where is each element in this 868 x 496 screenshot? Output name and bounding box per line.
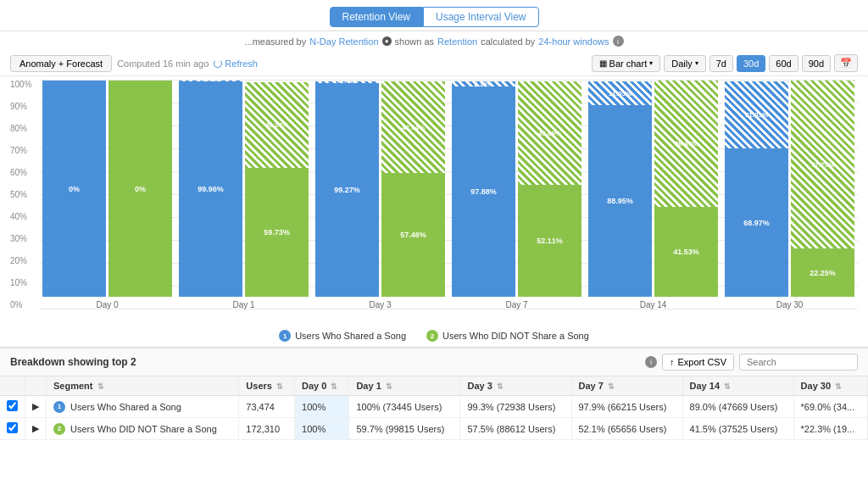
usage-interval-tab[interactable]: Usage Interval View: [423, 7, 539, 27]
day0-group: 0% 0% Day 0: [42, 81, 172, 309]
day1-bar-green-hatch[interactable]: 40.27%: [245, 82, 309, 168]
day1-bar-green-solid[interactable]: 59.73%: [245, 168, 309, 297]
day1-label: Day 1: [232, 300, 254, 309]
day0-bar-green[interactable]: 0%: [108, 81, 172, 297]
7d-button[interactable]: 7d: [709, 55, 733, 72]
day1-group: 0.04% 99.96% 40.27%: [179, 81, 309, 309]
legend-label-1: Users Who Shared a Song: [295, 331, 406, 341]
row2-day0: 100%: [295, 418, 349, 440]
24hour-windows-link[interactable]: 24-hour windows: [538, 36, 609, 47]
day7-bar-blue-solid[interactable]: 97.88%: [452, 86, 515, 297]
60d-button[interactable]: 60d: [769, 55, 798, 72]
row2-expand[interactable]: ▶: [25, 418, 47, 440]
day14-bar-blue-hatch[interactable]: 11.05%: [588, 81, 652, 105]
day7-bar-green-solid[interactable]: 52.11%: [518, 185, 581, 297]
row1-segment: 1 Users Who Shared a Song: [47, 396, 239, 418]
day7-group: 2.12% 97.88% 47.89%: [452, 81, 581, 309]
day3-group: 0.73% 99.27% 42.54%: [315, 81, 445, 309]
calculated-by-label: calculated by: [481, 36, 535, 47]
search-input[interactable]: [739, 354, 858, 371]
calendar-export-button[interactable]: 📅: [834, 54, 858, 72]
y-label-50: 50%: [10, 190, 39, 199]
row1-checkbox[interactable]: [7, 400, 18, 411]
refresh-button[interactable]: Refresh: [214, 59, 258, 69]
day3-bar-green-solid[interactable]: 57.46%: [381, 173, 445, 297]
users-header[interactable]: Users ⇅: [239, 376, 295, 396]
day14-bar-blue-solid[interactable]: 88.95%: [588, 105, 652, 297]
day7-bar-green-hatch[interactable]: 47.89%: [518, 81, 581, 185]
row2-users: 172,310: [239, 418, 295, 440]
day30-header[interactable]: Day 30 ⇅: [793, 376, 867, 396]
day30-group: 31.03% 68.97% 77.75%: [725, 81, 854, 309]
bar-chart-icon: ▦: [599, 59, 607, 68]
day30-bar-green-solid[interactable]: 22.25%: [791, 248, 854, 297]
breakdown-info-icon[interactable]: i: [645, 356, 657, 368]
y-label-20: 20%: [10, 256, 39, 265]
row1-expand[interactable]: ▶: [25, 396, 47, 418]
row2-checkbox[interactable]: [7, 422, 18, 433]
subtitle-info-icon[interactable]: i: [613, 36, 624, 47]
row2-day1: 59.7% (99815 Users): [349, 418, 460, 440]
day7-header[interactable]: Day 7 ⇅: [571, 376, 682, 396]
day14-bar-green-solid[interactable]: 41.53%: [654, 207, 718, 297]
segment-badge-1: 1: [53, 401, 65, 413]
day30-label: Day 30: [776, 300, 804, 309]
row1-day1: 100% (73445 Users): [349, 396, 460, 418]
row1-users: 73,474: [239, 396, 295, 418]
day7-label: Day 7: [505, 300, 527, 309]
retention-view-tab[interactable]: Retention View: [330, 7, 424, 27]
legend-dot-2: 2: [426, 330, 438, 342]
table-row: ▶ 1 Users Who Shared a Song 73,474 100% …: [0, 396, 868, 418]
row2-day30: *22.3% (19...: [793, 418, 867, 440]
day30-bar-blue-solid[interactable]: 68.97%: [725, 148, 788, 297]
y-label-70: 70%: [10, 146, 39, 155]
day14-header[interactable]: Day 14 ⇅: [682, 376, 793, 396]
y-label-100: 100%: [10, 80, 39, 89]
day14-bar-green-hatch[interactable]: 58.47%: [654, 81, 718, 207]
day0-header[interactable]: Day 0 ⇅: [295, 376, 349, 396]
export-icon: ↑: [670, 357, 675, 367]
day1-header[interactable]: Day 1 ⇅: [349, 376, 460, 396]
day3-bar-blue-solid[interactable]: 99.27%: [315, 83, 379, 297]
chart-legend: 1 Users Who Shared a Song 2 Users Who DI…: [0, 326, 868, 347]
day3-bar-green-hatch[interactable]: 42.54%: [381, 81, 445, 173]
measured-by-text: ...measured by: [244, 36, 306, 47]
day30-bar-green-hatch[interactable]: 77.75%: [791, 81, 854, 248]
row1-day0: 100%: [295, 396, 349, 418]
90d-button[interactable]: 90d: [802, 55, 831, 72]
legend-dot-1: 1: [279, 330, 291, 342]
legend-item-2: 2 Users Who DID NOT Share a Song: [426, 330, 589, 342]
day0-bar-blue[interactable]: 0%: [42, 81, 106, 297]
row2-day7: 52.1% (65656 Users): [571, 418, 682, 440]
day3-header[interactable]: Day 3 ⇅: [460, 376, 571, 396]
export-csv-button[interactable]: ↑ Export CSV: [662, 354, 734, 371]
chevron-down-icon: ▾: [649, 59, 653, 67]
granularity-button[interactable]: Daily ▾: [664, 55, 705, 72]
anomaly-forecast-button[interactable]: Anomaly + Forecast: [10, 55, 112, 72]
day1-bar-blue-solid[interactable]: 99.96%: [179, 81, 242, 297]
y-label-0: 0%: [10, 300, 39, 309]
breakdown-section: Breakdown showing top 2 i ↑ Export CSV S…: [0, 347, 868, 440]
refresh-icon: [214, 59, 222, 68]
y-label-40: 40%: [10, 212, 39, 221]
breakdown-table: Segment ⇅ Users ⇅ Day 0 ⇅ Day 1 ⇅ Day 3 …: [0, 376, 868, 440]
shown-as-label: shown as: [395, 36, 434, 47]
row2-segment: 2 Users Who DID NOT Share a Song: [47, 418, 239, 440]
nday-retention-link[interactable]: N-Day Retention: [309, 36, 378, 47]
day0-label: Day 0: [96, 300, 118, 309]
chart-type-button[interactable]: ▦ Bar chart ▾: [592, 55, 661, 72]
y-label-30: 30%: [10, 234, 39, 243]
30d-button[interactable]: 30d: [737, 55, 765, 72]
checkbox-header: [0, 376, 25, 396]
retention-link[interactable]: Retention: [437, 36, 477, 47]
row1-day14: 89.0% (47669 Users): [682, 396, 793, 418]
y-label-60: 60%: [10, 168, 39, 177]
day3-label: Day 3: [369, 300, 391, 309]
expand-header: [25, 376, 47, 396]
day30-bar-blue-hatch[interactable]: 31.03%: [725, 81, 788, 148]
row2-day3: 57.5% (88612 Users): [460, 418, 571, 440]
computed-text: Computed 16 min ago: [117, 59, 209, 69]
row2-day14: 41.5% (37525 Users): [682, 418, 793, 440]
segment-header[interactable]: Segment ⇅: [47, 376, 239, 396]
row1-day7: 97.9% (66215 Users): [571, 396, 682, 418]
